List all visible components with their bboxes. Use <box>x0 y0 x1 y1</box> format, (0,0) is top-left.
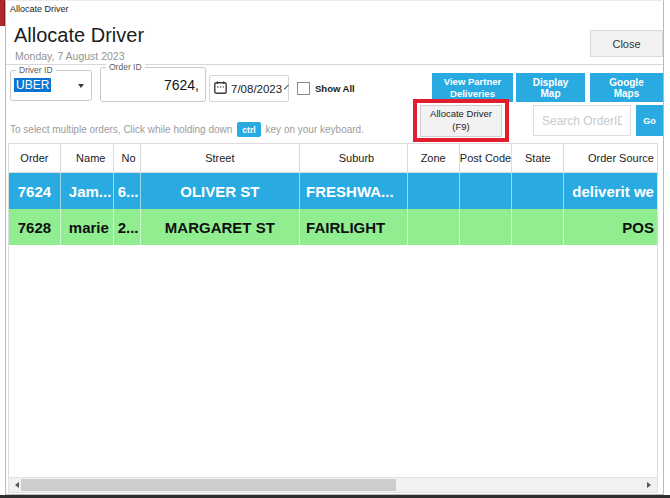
allocate-driver-button-shortcut: (F9) <box>452 121 469 134</box>
date-picker[interactable]: 7/08/2023 <box>209 75 289 102</box>
column-header-name[interactable]: Name <box>61 144 114 172</box>
cell-order[interactable]: 7628 <box>9 209 61 245</box>
multi-select-hint: To select multiple orders, Click while h… <box>10 122 364 137</box>
display-map-button[interactable]: Display Map <box>516 73 585 102</box>
cell-name[interactable]: Jam... <box>61 173 114 209</box>
date-value: 7/08/2023 <box>231 83 282 95</box>
chevron-down-icon[interactable] <box>284 85 289 90</box>
search-go-button[interactable]: Go <box>636 105 663 136</box>
driver-id-combobox[interactable]: Driver ID UBER <box>10 70 92 101</box>
orders-table-header: Order Name No Street Suburb Zone Post Co… <box>9 144 657 173</box>
table-row-selected[interactable]: 7624 Jam... 6... OLIVER ST FRESHWA... de… <box>9 173 657 209</box>
calendar-icon <box>214 80 227 98</box>
column-header-no[interactable]: No <box>114 144 141 172</box>
background-window-edge <box>0 0 5 26</box>
view-partner-deliveries-button[interactable]: View Partner Deliveries <box>432 73 513 102</box>
cell-no[interactable]: 2... <box>114 209 141 245</box>
google-maps-button[interactable]: Google Maps <box>590 73 663 102</box>
order-id-label: Order ID <box>106 62 145 72</box>
cell-state[interactable] <box>512 209 564 245</box>
cell-suburb[interactable]: FRESHWA... <box>300 173 408 209</box>
driver-id-value: UBER <box>14 78 51 92</box>
allocate-driver-window: Allocate Driver Allocate Driver Monday, … <box>0 0 670 498</box>
order-id-value: 7624, <box>164 77 199 93</box>
cell-no[interactable]: 6... <box>114 173 141 209</box>
column-header-suburb[interactable]: Suburb <box>300 144 408 172</box>
window-title: Allocate Driver <box>10 4 69 14</box>
cell-state[interactable] <box>512 173 564 209</box>
column-header-post-code[interactable]: Post Code <box>460 144 513 172</box>
cell-zone[interactable] <box>408 209 460 245</box>
cell-post-code[interactable] <box>460 173 513 209</box>
scrollbar-thumb[interactable] <box>21 479 396 491</box>
cell-suburb[interactable]: FAIRLIGHT <box>300 209 408 245</box>
ctrl-key-badge: ctrl <box>237 122 260 137</box>
horizontal-scrollbar[interactable] <box>8 477 658 493</box>
orders-table: Order Name No Street Suburb Zone Post Co… <box>8 143 658 477</box>
scroll-right-arrow-icon[interactable] <box>641 478 657 492</box>
show-all-checkbox[interactable] <box>297 82 310 95</box>
page-title: Allocate Driver <box>14 24 144 47</box>
column-header-street[interactable]: Street <box>141 144 300 172</box>
show-all-label: Show All <box>315 83 355 94</box>
show-all-option[interactable]: Show All <box>297 82 355 95</box>
hint-text-before: To select multiple orders, Click while h… <box>10 124 232 135</box>
cell-name[interactable]: marie <box>61 209 114 245</box>
chevron-down-icon[interactable] <box>73 76 89 95</box>
cell-order[interactable]: 7624 <box>9 173 61 209</box>
cell-order-source[interactable]: deliverit we <box>564 173 657 209</box>
allocate-driver-button[interactable]: Allocate Driver (F9) <box>420 105 502 137</box>
cell-post-code[interactable] <box>460 209 513 245</box>
cell-order-source[interactable]: POS <box>564 209 657 245</box>
close-button[interactable]: Close <box>590 30 663 57</box>
cell-street[interactable]: OLIVER ST <box>141 173 300 209</box>
order-id-field[interactable]: Order ID 7624, <box>100 67 206 102</box>
hint-text-after: key on your keyboard. <box>266 124 364 135</box>
table-row[interactable]: 7628 marie 2... MARGARET ST FAIRLIGHT PO… <box>9 209 657 245</box>
cell-street[interactable]: MARGARET ST <box>141 209 300 245</box>
column-header-order[interactable]: Order <box>9 144 61 172</box>
column-header-order-source[interactable]: Order Source <box>564 144 657 172</box>
page-date: Monday, 7 August 2023 <box>15 50 125 62</box>
driver-id-label: Driver ID <box>16 65 56 75</box>
column-header-zone[interactable]: Zone <box>408 144 460 172</box>
header-divider <box>6 64 663 65</box>
cell-zone[interactable] <box>408 173 460 209</box>
allocate-driver-button-label: Allocate Driver <box>430 108 492 121</box>
column-header-state[interactable]: State <box>512 144 564 172</box>
order-search-input[interactable] <box>533 105 631 136</box>
